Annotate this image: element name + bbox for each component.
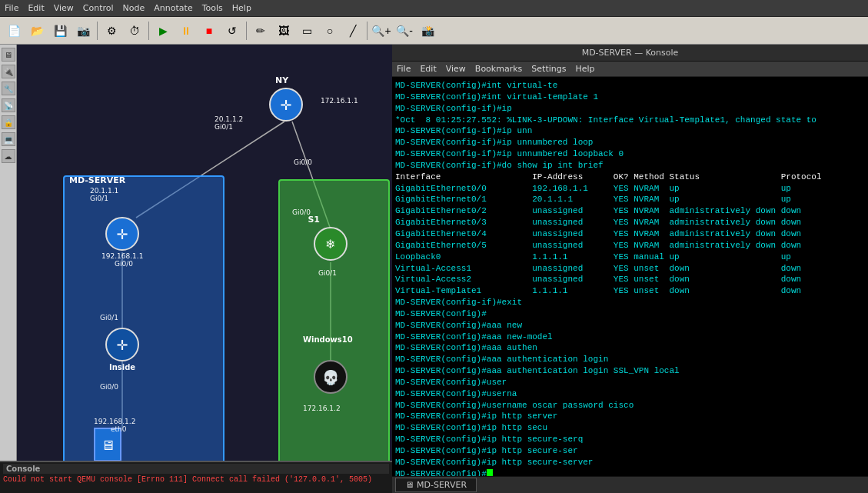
terminal-line: Virtual-Access1 unassigned YES unset dow…: [395, 263, 865, 275]
sidebar-icon-3[interactable]: 🔧: [2, 82, 15, 95]
console-message: Could not start QEMU console [Errno 111]…: [3, 475, 389, 484]
tmenu-view[interactable]: View: [446, 64, 466, 74]
menu-node[interactable]: Node: [123, 3, 145, 13]
pause-button[interactable]: ⏸: [175, 20, 197, 42]
top-menubar: File Edit View Control Node Annotate Too…: [0, 0, 868, 17]
tmenu-settings[interactable]: Settings: [531, 64, 566, 74]
ip-label-inside-gi00: Gi0/0: [100, 383, 118, 391]
ip-label-md-gi00: Gi0/0: [115, 260, 133, 268]
sep4: [367, 22, 367, 40]
ip-label-website-ip: 192.168.1.2: [94, 418, 135, 425]
ip-label-md-gi01: Gi0/1: [90, 195, 108, 202]
left-area: 🖥 🔌 🔧 📡 🔒 💻 ☁: [0, 45, 392, 493]
menu-control[interactable]: Control: [83, 3, 114, 13]
edit-button[interactable]: ✏: [250, 20, 271, 42]
canvas-area[interactable]: MD-SERVER ✛ NY ✛: [17, 45, 392, 461]
windows10-circle: 💀: [314, 360, 348, 394]
console-header: Console: [3, 464, 389, 474]
ip-label-s1-gi01: Gi0/1: [318, 269, 337, 277]
zoom-in-button[interactable]: 🔍+: [371, 20, 392, 42]
terminal-line: MD-SERVER(config)#int virtual-template 1: [395, 92, 865, 103]
terminal-line: MD-SERVER(config)#aaa authentication log…: [395, 365, 865, 377]
timer-button[interactable]: ⏱: [124, 20, 145, 42]
terminal-line: MD-SERVER(config)#aaa authen: [395, 342, 865, 354]
terminal-tab-mdserver[interactable]: 🖥 MD-SERVER: [395, 478, 477, 492]
terminal-title: MD-SERVER — Konsole: [582, 48, 679, 58]
sidebar-icon-4[interactable]: 📡: [2, 98, 15, 112]
menu-annotate[interactable]: Annotate: [154, 3, 192, 13]
menu-help[interactable]: Help: [232, 3, 251, 13]
menu-edit[interactable]: Edit: [28, 3, 44, 13]
terminal-tabbar: 🖥 MD-SERVER: [392, 476, 868, 493]
inside-circle: ✛: [105, 328, 139, 361]
windows10-label: Windows10: [303, 335, 353, 344]
middle-row: 🖥 🔌 🔧 📡 🔒 💻 ☁: [0, 45, 868, 493]
snapshot-button[interactable]: 📷: [72, 20, 94, 42]
play-button[interactable]: ▶: [152, 20, 174, 42]
mdserver-icon: ✛: [116, 226, 128, 242]
zoom-out-button[interactable]: 🔍-: [394, 20, 415, 42]
ny-label: NY: [275, 75, 288, 85]
menu-view[interactable]: View: [54, 3, 74, 13]
tmenu-help[interactable]: Help: [575, 64, 594, 74]
new-button[interactable]: 📄: [3, 20, 25, 42]
terminal-line: MD-SERVER(config-if)#ip unnumbered loopb…: [395, 148, 865, 160]
blue-zone-label: MD-SERVER: [69, 175, 125, 185]
terminal-line: GigabitEthernet0/1 20.1.1.1 YES NVRAM up…: [395, 194, 865, 205]
website-server-icon: 🖥: [101, 437, 115, 453]
terminal-line: GigabitEthernet0/2 unassigned YES NVRAM …: [395, 205, 865, 217]
line-tool[interactable]: ╱: [342, 20, 364, 42]
stop-button[interactable]: ■: [198, 20, 220, 42]
sidebar-icon-2[interactable]: 🔌: [2, 65, 15, 78]
tmenu-file[interactable]: File: [397, 64, 411, 74]
tmenu-edit[interactable]: Edit: [420, 64, 436, 74]
screenshot-button[interactable]: 🖼: [273, 20, 294, 42]
terminal-line: MD-SERVER(config)#: [395, 308, 865, 320]
terminal-line: *Oct 8 01:25:27.552: %LINK-3-UPDOWN: Int…: [395, 115, 865, 126]
rectangle-tool[interactable]: ▭: [296, 20, 318, 42]
toolbar: 📄 📂 💾 📷 ⚙ ⏱ ▶ ⏸ ■ ↺ ✏ 🖼 ▭ ○ ╱ 🔍+ 🔍- 📸: [0, 17, 868, 45]
menu-file[interactable]: File: [5, 3, 18, 13]
menu-tools[interactable]: Tools: [202, 3, 223, 13]
ip-label-ny-172: 172.16.1.1: [321, 97, 358, 105]
terminal-line: MD-SERVER(config-if)#ip: [395, 103, 865, 115]
terminal-body[interactable]: MD-SERVER(config)#int virtual-teMD-SERVE…: [392, 77, 868, 476]
terminal-menubar: File Edit View Bookmarks Settings Help: [392, 62, 868, 77]
sidebar-icon-7[interactable]: ☁: [2, 149, 15, 163]
sidebar-icon-6[interactable]: 💻: [2, 132, 15, 146]
terminal-line: MD-SERVER(config-if)#ip unn: [395, 125, 865, 137]
terminal-line: MD-SERVER(config)#username oscar passwor…: [395, 400, 865, 411]
terminal-line: MD-SERVER(config)#userna: [395, 388, 865, 400]
terminal-line: MD-SERVER(config)#ip http secu: [395, 422, 865, 434]
inside-label: Inside: [105, 363, 139, 371]
reload-button[interactable]: ↺: [221, 20, 243, 42]
ip-label-win10-ip: 172.16.1.2: [303, 405, 341, 412]
terminal-cursor: [487, 469, 493, 476]
sep3: [246, 22, 247, 40]
terminal-line: Loopback0 1.1.1.1 YES manual up up: [395, 251, 865, 263]
terminal-line: Interface IP-Address OK? Method Status P…: [395, 172, 865, 183]
tmenu-bookmarks[interactable]: Bookmarks: [475, 64, 522, 74]
terminal-line: Virtual-Access2 unassigned YES unset dow…: [395, 274, 865, 285]
ip-label-ny-gi01: Gi0/1: [215, 123, 233, 131]
terminal-line: MD-SERVER(config)#aaa new: [395, 320, 865, 331]
sep1: [97, 22, 98, 40]
camera-button[interactable]: 📸: [417, 20, 438, 42]
app-wrapper: File Edit View Control Node Annotate Too…: [0, 0, 868, 493]
ellipse-tool[interactable]: ○: [319, 20, 341, 42]
ip-label-website-eth0: eth0: [111, 425, 127, 433]
mdserver-circle: ✛: [105, 217, 139, 251]
console-area: Console Could not start QEMU console [Er…: [0, 461, 392, 493]
inside-icon: ✛: [116, 337, 128, 353]
open-button[interactable]: 📂: [26, 20, 48, 42]
sidebar-icon-1[interactable]: 🖥: [2, 48, 15, 62]
save-button[interactable]: 💾: [49, 20, 71, 42]
terminal-titlebar: MD-SERVER — Konsole: [392, 45, 868, 62]
terminal-line: Virtual-Template1 1.1.1.1 YES unset down…: [395, 285, 865, 297]
ip-label-md-ip: 192.168.1.1: [101, 252, 143, 260]
terminal-line: MD-SERVER(config-if)#exit: [395, 297, 865, 308]
terminal-line: GigabitEthernet0/3 unassigned YES NVRAM …: [395, 217, 865, 228]
ny-router-icon: ✛: [280, 97, 291, 113]
sidebar-icon-5[interactable]: 🔒: [2, 115, 15, 129]
preferences-button[interactable]: ⚙: [101, 20, 122, 42]
